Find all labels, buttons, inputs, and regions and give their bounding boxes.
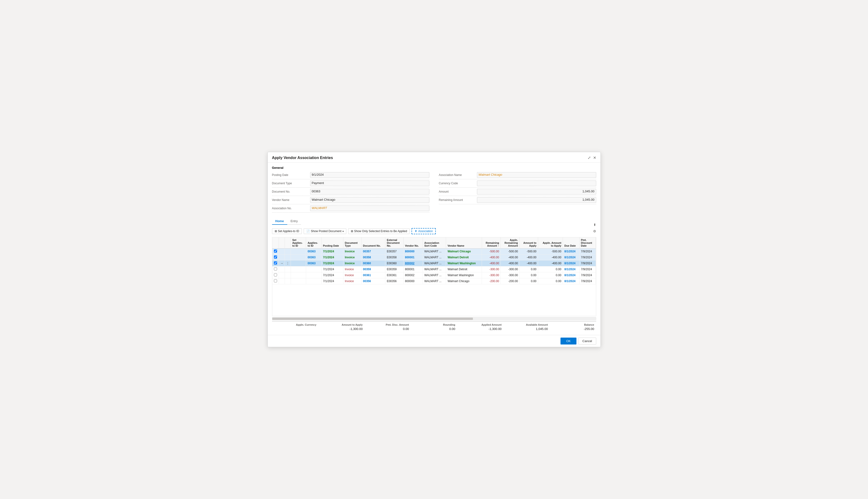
ok-button[interactable]: OK [560,338,576,344]
tab-home[interactable]: Home [272,218,287,225]
show-posted-document-button[interactable]: 📄 Show Posted Document ▾ [304,228,346,234]
remaining-amount-cell: -500.00 [482,248,500,255]
amount-row: Amount 1,045.00 [439,187,596,196]
set-applies-to-id-button[interactable]: ⊞ Set Applies-to ID [272,228,302,234]
set-applies-to-id-cell [291,278,306,284]
show-only-selected-button[interactable]: ⊞ Show Only Selected Entries to Be Appli… [348,228,410,234]
amount-to-apply-cell: -500.00 [520,248,538,255]
checkbox-cell[interactable] [272,266,279,272]
balance-value: -255.00 [584,327,594,331]
dots-cell[interactable]: ⋮ [285,260,291,266]
remaining-amount-label: Remaining Amount [439,198,477,202]
col-appln-amount-to-apply: Appln. Amountto Apply [538,238,563,248]
entries-table-container: SetApplies-to ID Applies-to ID Posting D… [272,237,596,316]
due-date-cell: 8/1/2024 [563,278,579,284]
due-date-cell: 8/1/2024 [563,266,579,272]
remaining-amount-cell: -300.00 [482,272,500,278]
entries-table-body: 003637/1/2024Invoice00357E00357800000WAL… [272,248,596,284]
balance-label: Balance [584,323,594,326]
footer-balance: Balance -255.00 [550,323,596,331]
posting-date-cell: 7/1/2024 [321,260,343,266]
vendor-name-row: Vendor Name Walmart Chicago [272,196,429,204]
table-row[interactable]: →⋮003637/1/2024Invoice00360E00360800002W… [272,260,596,266]
association-name-value[interactable]: Walmart Chicago [477,172,596,178]
document-no-cell: 00360 [361,260,385,266]
currency-code-row: Currency Code [439,179,596,187]
set-applies-icon: ⊞ [275,230,277,233]
dialog-body: General Posting Date 9/1/2024 Document T… [268,162,600,335]
tabs-container: Home Entry [272,218,301,225]
table-row[interactable]: 7/1/2024Invoice00356E00356800000WALMART … [272,278,596,284]
amount-to-apply-cell: 0.00 [520,278,538,284]
remaining-amount-value[interactable]: 1,045.00 [477,197,596,203]
table-row[interactable]: 7/1/2024Invoice00361E00361800002WALMART … [272,272,596,278]
set-applies-to-id-cell [291,272,306,278]
remaining-amount-cell: -400.00 [482,255,500,260]
appln-amount-to-apply-cell: 0.00 [538,266,563,272]
col-applies-to-id: Applies-to ID [306,238,321,248]
dialog-header: Apply Vendor Association Entries ⤢ ✕ [268,152,600,162]
document-type-cell: Invoice [343,248,361,255]
dots-cell [285,278,291,284]
appln-amount-to-apply-cell: -500.00 [538,248,563,255]
cancel-button[interactable]: Cancel [578,338,596,344]
checkbox-cell[interactable] [272,248,279,255]
table-row[interactable]: 003637/1/2024Invoice00358E00358800001WAL… [272,255,596,260]
document-no-value[interactable]: 00363 [310,189,429,195]
arrow-cell [279,248,285,255]
checkbox-cell[interactable] [272,260,279,266]
remaining-amount-cell: -400.00 [482,260,500,266]
checkbox-cell[interactable] [272,278,279,284]
minimize-button[interactable]: ⤢ [588,156,591,160]
close-button[interactable]: ✕ [593,156,596,160]
association-no-value[interactable]: WALMART [310,205,429,211]
available-amount-label: Available Amount [526,323,548,326]
dots-cell [285,266,291,272]
toolbar: ⊞ Set Applies-to ID 📄 Show Posted Docume… [272,227,596,236]
appln-amount-to-apply-cell: -400.00 [538,260,563,266]
appln-amount-to-apply-cell: -400.00 [538,255,563,260]
document-no-cell: 00356 [361,278,385,284]
appln-amount-to-apply-cell: 0.00 [538,278,563,284]
horizontal-scrollbar[interactable] [272,317,596,320]
posting-date-cell: 7/1/2024 [321,266,343,272]
assoc-sort-code-cell: WALMART ... [423,248,446,255]
currency-code-value[interactable] [477,181,596,186]
posting-date-value[interactable]: 9/1/2024 [310,172,429,178]
footer-appln-currency: Appln. Currency [272,323,319,331]
document-type-value[interactable]: Payment [310,181,429,186]
due-date-cell: 8/1/2024 [563,248,579,255]
amount-value[interactable]: 1,045.00 [477,189,596,195]
footer-applied-amount: Applied Amount -1,300.00 [457,323,504,331]
assoc-sort-code-cell: WALMART ... [423,260,446,266]
col-remaining-amount: RemainingAmount ↑ [482,238,500,248]
applied-amount-label: Applied Amount [482,323,502,326]
col-arrow [279,238,285,248]
document-no-cell: 00358 [361,255,385,260]
dots-cell [285,255,291,260]
settings-icon[interactable]: ⚙ [593,229,596,233]
checkbox-cell[interactable] [272,272,279,278]
document-type-cell: Invoice [343,278,361,284]
dots-cell [285,248,291,255]
applies-to-id-cell [306,272,321,278]
tabs-bar: Home Entry ⬆ [272,216,596,227]
vendor-name-value[interactable]: Walmart Chicago [310,197,429,203]
posting-date-cell: 7/1/2024 [321,248,343,255]
external-doc-no-cell: E00356 [385,278,404,284]
col-amount-to-apply: Amount toApply [520,238,538,248]
table-row[interactable]: 7/1/2024Invoice00359E00359800001WALMART … [272,266,596,272]
col-posting-date: Posting Date [321,238,343,248]
col-document-type: DocumentType [343,238,361,248]
external-doc-no-cell: E00359 [385,266,404,272]
filter-icon: ▼ [414,230,417,233]
share-icon[interactable]: ⬆ [593,223,596,227]
dialog-footer: OK Cancel [268,335,600,347]
association-filter-button[interactable]: ▼ Association [411,228,436,234]
table-row[interactable]: 003637/1/2024Invoice00357E00357800000WAL… [272,248,596,255]
pmt-discount-date-cell: 7/9/2024 [579,248,596,255]
scrollbar-thumb[interactable] [272,318,473,320]
pmt-discount-date-cell: 7/9/2024 [579,278,596,284]
checkbox-cell[interactable] [272,255,279,260]
tab-entry[interactable]: Entry [287,218,301,225]
